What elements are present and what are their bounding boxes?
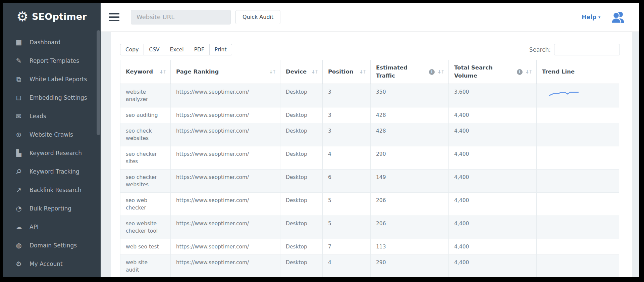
cell-total-search-volume: 4,400	[449, 255, 537, 278]
sidebar-item-dashboard[interactable]: ▦Dashboard	[3, 33, 101, 51]
table-row: website analyzerhttps://www.seoptimer.co…	[120, 84, 619, 107]
app-window: ⚙ SEOptimer ▦Dashboard✎Report Templates⧉…	[3, 3, 639, 277]
cell-page-ranking: https://www.seoptimer.com/	[171, 255, 280, 278]
brand-name: SEOptimer	[32, 11, 87, 22]
copy-export-button[interactable]: Copy	[120, 44, 144, 55]
cell-device: Desktop	[280, 170, 323, 193]
column-label: Position	[328, 68, 354, 76]
cell-page-ranking: https://www.seoptimer.com/	[171, 170, 280, 193]
cell-keyword: seo check websites	[120, 123, 171, 146]
csv-export-button[interactable]: CSV	[144, 44, 165, 55]
cell-trend-line	[537, 239, 619, 255]
cell-estimated-traffic: 206	[371, 193, 449, 216]
cell-device: Desktop	[280, 216, 323, 239]
topbar: Quick Audit Help ▾	[101, 3, 639, 32]
cell-page-ranking: https://www.seoptimer.com/	[171, 84, 280, 107]
sidebar-item-embedding-settings[interactable]: ⊟Embedding Settings	[3, 88, 101, 107]
keyword-tracking-page: CopyCSVExcelPDFPrint Search: Keyword↓↑Pa…	[111, 32, 632, 277]
help-dropdown[interactable]: Help ▾	[582, 14, 600, 20]
column-header-total-search-volume[interactable]: Total Search Volumei↓↑	[449, 60, 537, 84]
sidebar-item-api[interactable]: ☁API	[3, 218, 101, 236]
quick-audit-button[interactable]: Quick Audit	[235, 10, 280, 24]
cell-estimated-traffic: 290	[371, 255, 449, 278]
sidebar-item-bulk-reporting[interactable]: ◔Bulk Reporting	[3, 199, 101, 218]
sidebar-item-domain-settings[interactable]: ◍Domain Settings	[3, 236, 101, 254]
cell-total-search-volume: 4,400	[449, 239, 537, 255]
sort-icon: ↓↑	[525, 68, 532, 76]
hamburger-menu-icon[interactable]	[109, 13, 119, 21]
sort-icon: ↓↑	[269, 68, 276, 76]
cell-estimated-traffic: 113	[371, 239, 449, 255]
caret-down-icon: ▾	[598, 15, 600, 19]
sidebar-menu: ▦Dashboard✎Report Templates⧉White Label …	[3, 33, 101, 273]
cell-page-ranking: https://www.seoptimer.com/	[171, 146, 280, 170]
table-search-input[interactable]	[554, 44, 620, 55]
cell-estimated-traffic: 428	[371, 107, 449, 123]
column-label: Page Ranking	[176, 68, 219, 76]
sidebar-item-report-templates[interactable]: ✎Report Templates	[3, 51, 101, 70]
sidebar-item-website-crawls[interactable]: ⊕Website Crawls	[3, 125, 101, 144]
column-header-device[interactable]: Device↓↑	[280, 60, 323, 84]
page-scrollbar-track[interactable]	[632, 32, 639, 277]
print-export-button[interactable]: Print	[210, 44, 232, 55]
key-icon: ⚲	[13, 165, 25, 178]
excel-export-button[interactable]: Excel	[165, 44, 189, 55]
cell-trend-line	[537, 84, 619, 107]
table-row: seo checker siteshttps://www.seoptimer.c…	[120, 146, 619, 170]
cell-total-search-volume: 4,400	[449, 216, 537, 239]
pdf-export-button[interactable]: PDF	[189, 44, 210, 55]
sort-icon: ↓↑	[437, 68, 444, 76]
cell-position: 4	[323, 146, 371, 170]
cell-keyword: seo web checker	[120, 193, 171, 216]
sidebar-item-label: Keyword Tracking	[30, 168, 79, 175]
cell-device: Desktop	[280, 239, 323, 255]
cell-trend-line	[537, 123, 619, 146]
sidebar-scrollbar[interactable]	[97, 30, 100, 135]
column-header-trend-line: Trend Line	[537, 60, 619, 84]
sidebar-item-keyword-research[interactable]: ▙Keyword Research	[3, 144, 101, 162]
gear-icon: ⚙	[14, 260, 23, 268]
sidebar-item-backlink-research[interactable]: ↗Backlink Research	[3, 181, 101, 199]
column-header-keyword[interactable]: Keyword↓↑	[120, 60, 171, 84]
sidebar-item-white-label-reports[interactable]: ⧉White Label Reports	[3, 70, 101, 88]
cell-estimated-traffic: 350	[371, 84, 449, 107]
table-toolbar: CopyCSVExcelPDFPrint Search:	[120, 44, 620, 55]
keyword-tracking-table: Keyword↓↑Page Ranking↓↑Device↓↑Position↓…	[120, 60, 619, 277]
cell-page-ranking: https://www.seoptimer.com/	[171, 216, 280, 239]
column-header-estimated-traffic[interactable]: Estimated Traffici↓↑	[371, 60, 449, 84]
sidebar-item-my-account[interactable]: ⚙My Account	[3, 254, 101, 273]
trend-sparkline	[544, 90, 584, 97]
cell-page-ranking: https://www.seoptimer.com/	[171, 239, 280, 255]
sidebar-item-keyword-tracking[interactable]: ⚲Keyword Tracking	[3, 162, 101, 181]
main-content: CopyCSVExcelPDFPrint Search: Keyword↓↑Pa…	[101, 32, 639, 277]
cell-device: Desktop	[280, 146, 323, 170]
website-url-input[interactable]	[131, 10, 231, 25]
cell-total-search-volume: 3,600	[449, 84, 537, 107]
info-icon[interactable]: i	[429, 69, 435, 75]
cloud-download-icon: ☁	[14, 223, 23, 231]
column-label: Total Search Volume	[454, 64, 514, 80]
cell-position: 3	[323, 123, 371, 146]
info-icon[interactable]: i	[517, 69, 523, 75]
search-wrap: Search:	[529, 44, 620, 55]
left-gutter	[101, 32, 111, 277]
sidebar-item-leads[interactable]: ✉Leads	[3, 107, 101, 125]
cell-position: 5	[323, 216, 371, 239]
sort-icon: ↓↑	[159, 68, 166, 76]
sidebar-item-label: Keyword Research	[30, 150, 82, 156]
table-header-row: Keyword↓↑Page Ranking↓↑Device↓↑Position↓…	[120, 60, 619, 84]
cell-position: 3	[323, 107, 371, 123]
cell-estimated-traffic: 206	[371, 216, 449, 239]
sidebar-item-label: API	[30, 224, 39, 230]
cell-device: Desktop	[280, 107, 323, 123]
cell-position: 3	[323, 84, 371, 107]
cell-keyword: seo auditing	[120, 107, 171, 123]
table-row: seo check websiteshttps://www.seoptimer.…	[120, 123, 619, 146]
gauge-icon: ◔	[14, 204, 23, 213]
sidebar-item-label: Website Crawls	[30, 131, 73, 138]
column-header-page-ranking[interactable]: Page Ranking↓↑	[171, 60, 280, 84]
search-label: Search:	[529, 46, 551, 53]
brand-logo[interactable]: ⚙ SEOptimer	[3, 3, 101, 27]
users-icon[interactable]	[610, 11, 625, 23]
column-header-position[interactable]: Position↓↑	[323, 60, 371, 84]
